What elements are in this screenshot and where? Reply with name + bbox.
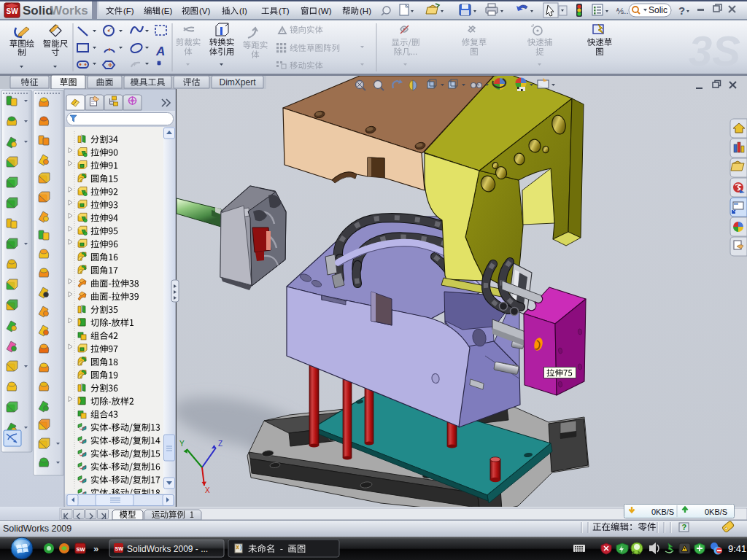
svg-text:Works: Works [50,4,88,18]
svg-text:SolidWorks 2009: SolidWorks 2009 [3,524,71,534]
svg-text:Y: Y [179,440,185,448]
svg-text:Solid: Solid [23,4,53,18]
svg-text:?: ? [682,523,687,532]
svg-text:?: ? [678,4,685,17]
svg-text:A: A [155,44,165,58]
svg-text:»: » [93,543,98,554]
svg-text:(H): (H) [360,7,371,15]
svg-text:SW: SW [77,546,86,553]
svg-text:⅍..: ⅍.. [616,7,628,15]
svg-text:(E): (E) [161,7,173,15]
svg-text:0KB/S: 0KB/S [651,508,674,516]
svg-text:0KB/S: 0KB/S [705,508,727,516]
svg-text:Z: Z [218,440,222,448]
svg-text:SW: SW [7,7,19,15]
svg-text:SW: SW [115,546,124,551]
svg-text:Solic: Solic [649,5,667,15]
svg-text:DimXpert: DimXpert [219,77,256,88]
svg-text:9:41: 9:41 [728,543,746,554]
svg-text:3S: 3S [689,27,740,74]
svg-text:(V): (V) [199,7,211,15]
svg-text:SolidWorks 2009 - ...: SolidWorks 2009 - ... [127,544,208,554]
svg-text:X: X [205,486,210,494]
svg-text:(F): (F) [123,7,134,15]
svg-text:(I): (I) [239,7,247,15]
svg-text:(W): (W) [318,7,332,15]
svg-text:(T): (T) [279,7,290,15]
